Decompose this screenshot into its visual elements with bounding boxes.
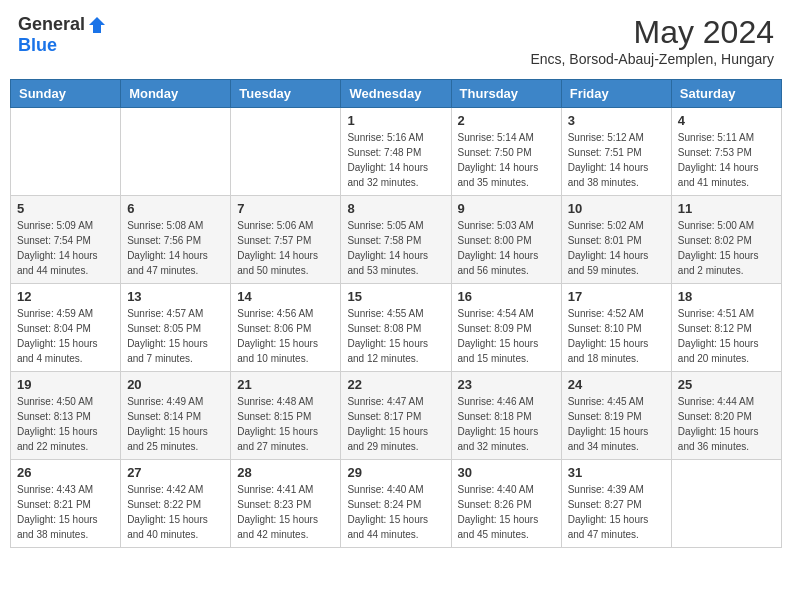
day-info: Sunrise: 4:59 AM Sunset: 8:04 PM Dayligh… <box>17 306 114 366</box>
logo-icon <box>87 15 107 35</box>
calendar-cell: 29Sunrise: 4:40 AM Sunset: 8:24 PM Dayli… <box>341 460 451 548</box>
calendar-header-thursday: Thursday <box>451 80 561 108</box>
calendar-cell: 21Sunrise: 4:48 AM Sunset: 8:15 PM Dayli… <box>231 372 341 460</box>
calendar-cell: 27Sunrise: 4:42 AM Sunset: 8:22 PM Dayli… <box>121 460 231 548</box>
day-number: 31 <box>568 465 665 480</box>
day-info: Sunrise: 5:00 AM Sunset: 8:02 PM Dayligh… <box>678 218 775 278</box>
calendar-week-row: 19Sunrise: 4:50 AM Sunset: 8:13 PM Dayli… <box>11 372 782 460</box>
location-text: Encs, Borsod-Abauj-Zemplen, Hungary <box>530 51 774 67</box>
day-number: 8 <box>347 201 444 216</box>
day-info: Sunrise: 4:45 AM Sunset: 8:19 PM Dayligh… <box>568 394 665 454</box>
day-info: Sunrise: 4:42 AM Sunset: 8:22 PM Dayligh… <box>127 482 224 542</box>
day-info: Sunrise: 5:12 AM Sunset: 7:51 PM Dayligh… <box>568 130 665 190</box>
day-number: 20 <box>127 377 224 392</box>
calendar-cell: 20Sunrise: 4:49 AM Sunset: 8:14 PM Dayli… <box>121 372 231 460</box>
calendar-cell: 4Sunrise: 5:11 AM Sunset: 7:53 PM Daylig… <box>671 108 781 196</box>
calendar-cell: 24Sunrise: 4:45 AM Sunset: 8:19 PM Dayli… <box>561 372 671 460</box>
calendar-header-friday: Friday <box>561 80 671 108</box>
day-number: 26 <box>17 465 114 480</box>
calendar-cell: 19Sunrise: 4:50 AM Sunset: 8:13 PM Dayli… <box>11 372 121 460</box>
day-number: 30 <box>458 465 555 480</box>
day-number: 4 <box>678 113 775 128</box>
day-number: 27 <box>127 465 224 480</box>
day-info: Sunrise: 4:40 AM Sunset: 8:24 PM Dayligh… <box>347 482 444 542</box>
month-title: May 2024 <box>530 14 774 51</box>
day-number: 29 <box>347 465 444 480</box>
calendar-cell: 10Sunrise: 5:02 AM Sunset: 8:01 PM Dayli… <box>561 196 671 284</box>
calendar-cell: 15Sunrise: 4:55 AM Sunset: 8:08 PM Dayli… <box>341 284 451 372</box>
calendar-cell: 31Sunrise: 4:39 AM Sunset: 8:27 PM Dayli… <box>561 460 671 548</box>
day-number: 17 <box>568 289 665 304</box>
calendar-week-row: 1Sunrise: 5:16 AM Sunset: 7:48 PM Daylig… <box>11 108 782 196</box>
calendar-header-sunday: Sunday <box>11 80 121 108</box>
day-info: Sunrise: 4:51 AM Sunset: 8:12 PM Dayligh… <box>678 306 775 366</box>
day-number: 19 <box>17 377 114 392</box>
day-info: Sunrise: 4:56 AM Sunset: 8:06 PM Dayligh… <box>237 306 334 366</box>
day-number: 11 <box>678 201 775 216</box>
calendar-cell: 7Sunrise: 5:06 AM Sunset: 7:57 PM Daylig… <box>231 196 341 284</box>
day-info: Sunrise: 4:39 AM Sunset: 8:27 PM Dayligh… <box>568 482 665 542</box>
day-number: 22 <box>347 377 444 392</box>
day-number: 28 <box>237 465 334 480</box>
day-info: Sunrise: 4:49 AM Sunset: 8:14 PM Dayligh… <box>127 394 224 454</box>
calendar-week-row: 12Sunrise: 4:59 AM Sunset: 8:04 PM Dayli… <box>11 284 782 372</box>
day-info: Sunrise: 5:14 AM Sunset: 7:50 PM Dayligh… <box>458 130 555 190</box>
calendar-cell: 12Sunrise: 4:59 AM Sunset: 8:04 PM Dayli… <box>11 284 121 372</box>
calendar-cell <box>121 108 231 196</box>
day-info: Sunrise: 5:08 AM Sunset: 7:56 PM Dayligh… <box>127 218 224 278</box>
day-number: 13 <box>127 289 224 304</box>
day-number: 1 <box>347 113 444 128</box>
calendar-cell <box>671 460 781 548</box>
calendar-cell: 5Sunrise: 5:09 AM Sunset: 7:54 PM Daylig… <box>11 196 121 284</box>
day-info: Sunrise: 5:09 AM Sunset: 7:54 PM Dayligh… <box>17 218 114 278</box>
day-number: 21 <box>237 377 334 392</box>
day-number: 10 <box>568 201 665 216</box>
logo: General Blue <box>18 14 107 56</box>
day-info: Sunrise: 5:06 AM Sunset: 7:57 PM Dayligh… <box>237 218 334 278</box>
calendar-cell: 28Sunrise: 4:41 AM Sunset: 8:23 PM Dayli… <box>231 460 341 548</box>
calendar-cell: 6Sunrise: 5:08 AM Sunset: 7:56 PM Daylig… <box>121 196 231 284</box>
calendar-cell: 25Sunrise: 4:44 AM Sunset: 8:20 PM Dayli… <box>671 372 781 460</box>
day-number: 24 <box>568 377 665 392</box>
calendar-cell: 26Sunrise: 4:43 AM Sunset: 8:21 PM Dayli… <box>11 460 121 548</box>
day-number: 5 <box>17 201 114 216</box>
calendar-header-saturday: Saturday <box>671 80 781 108</box>
calendar-cell: 30Sunrise: 4:40 AM Sunset: 8:26 PM Dayli… <box>451 460 561 548</box>
day-info: Sunrise: 4:43 AM Sunset: 8:21 PM Dayligh… <box>17 482 114 542</box>
calendar-week-row: 26Sunrise: 4:43 AM Sunset: 8:21 PM Dayli… <box>11 460 782 548</box>
logo-general-text: General <box>18 14 85 35</box>
calendar-cell: 14Sunrise: 4:56 AM Sunset: 8:06 PM Dayli… <box>231 284 341 372</box>
day-info: Sunrise: 5:02 AM Sunset: 8:01 PM Dayligh… <box>568 218 665 278</box>
day-number: 6 <box>127 201 224 216</box>
calendar-table: SundayMondayTuesdayWednesdayThursdayFrid… <box>10 79 782 548</box>
day-number: 23 <box>458 377 555 392</box>
calendar-cell: 16Sunrise: 4:54 AM Sunset: 8:09 PM Dayli… <box>451 284 561 372</box>
calendar-week-row: 5Sunrise: 5:09 AM Sunset: 7:54 PM Daylig… <box>11 196 782 284</box>
logo-blue-text: Blue <box>18 35 57 56</box>
day-number: 9 <box>458 201 555 216</box>
calendar-cell: 18Sunrise: 4:51 AM Sunset: 8:12 PM Dayli… <box>671 284 781 372</box>
calendar-cell <box>231 108 341 196</box>
day-info: Sunrise: 5:16 AM Sunset: 7:48 PM Dayligh… <box>347 130 444 190</box>
day-number: 7 <box>237 201 334 216</box>
day-info: Sunrise: 4:57 AM Sunset: 8:05 PM Dayligh… <box>127 306 224 366</box>
calendar-cell: 23Sunrise: 4:46 AM Sunset: 8:18 PM Dayli… <box>451 372 561 460</box>
day-info: Sunrise: 4:46 AM Sunset: 8:18 PM Dayligh… <box>458 394 555 454</box>
calendar-header-tuesday: Tuesday <box>231 80 341 108</box>
day-info: Sunrise: 4:50 AM Sunset: 8:13 PM Dayligh… <box>17 394 114 454</box>
calendar-cell: 17Sunrise: 4:52 AM Sunset: 8:10 PM Dayli… <box>561 284 671 372</box>
day-info: Sunrise: 4:47 AM Sunset: 8:17 PM Dayligh… <box>347 394 444 454</box>
calendar-cell: 22Sunrise: 4:47 AM Sunset: 8:17 PM Dayli… <box>341 372 451 460</box>
calendar-cell: 8Sunrise: 5:05 AM Sunset: 7:58 PM Daylig… <box>341 196 451 284</box>
day-number: 18 <box>678 289 775 304</box>
calendar-cell: 2Sunrise: 5:14 AM Sunset: 7:50 PM Daylig… <box>451 108 561 196</box>
svg-marker-0 <box>89 17 105 33</box>
day-info: Sunrise: 5:11 AM Sunset: 7:53 PM Dayligh… <box>678 130 775 190</box>
calendar-header-monday: Monday <box>121 80 231 108</box>
calendar-cell: 1Sunrise: 5:16 AM Sunset: 7:48 PM Daylig… <box>341 108 451 196</box>
day-info: Sunrise: 4:41 AM Sunset: 8:23 PM Dayligh… <box>237 482 334 542</box>
calendar-cell: 3Sunrise: 5:12 AM Sunset: 7:51 PM Daylig… <box>561 108 671 196</box>
day-info: Sunrise: 5:03 AM Sunset: 8:00 PM Dayligh… <box>458 218 555 278</box>
day-info: Sunrise: 4:40 AM Sunset: 8:26 PM Dayligh… <box>458 482 555 542</box>
calendar-cell <box>11 108 121 196</box>
